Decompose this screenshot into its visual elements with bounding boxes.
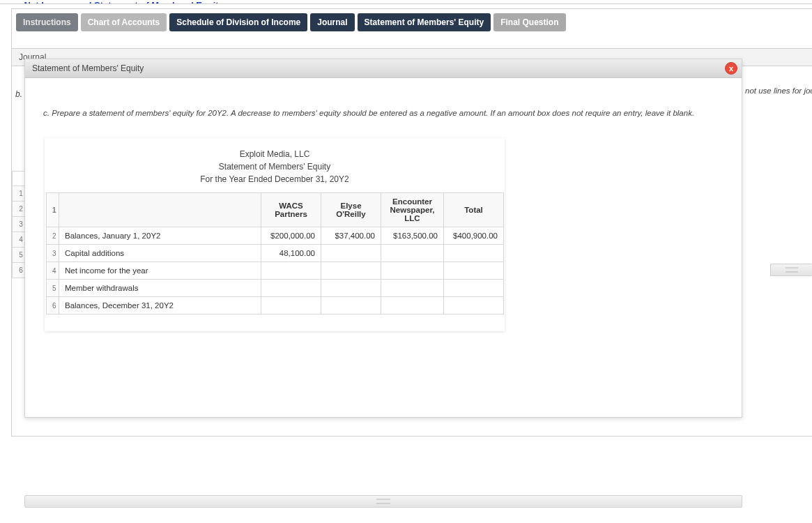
table-row: 4 Net income for the year — [47, 262, 504, 280]
modal-horizontal-scrollbar[interactable] — [24, 495, 742, 508]
breadcrumb-link[interactable]: … Net Income and Statement of Members' E… — [0, 0, 812, 4]
instruction-text: c. Prepare a statement of members' equit… — [43, 109, 723, 117]
rownum-header: 1 — [47, 193, 59, 227]
close-button[interactable]: x — [725, 62, 737, 75]
table-row: 3 Capital additions 48,100.00 — [47, 245, 504, 262]
tabbar: Instructions Chart of Accounts Schedule … — [12, 9, 812, 36]
cell-input[interactable] — [261, 297, 321, 314]
cell-input[interactable] — [444, 262, 504, 280]
tab-journal[interactable]: Journal — [310, 13, 354, 31]
rownum: 5 — [47, 280, 59, 297]
col-wacs: WACS Partners — [261, 193, 321, 227]
rownum: 4 — [47, 262, 59, 280]
cell-input[interactable]: $163,500.00 — [381, 227, 444, 245]
cell-input[interactable]: $400,900.00 — [444, 227, 504, 245]
cell-input[interactable] — [444, 245, 504, 262]
table-row: 6 Balances, December 31, 20Y2 — [47, 297, 504, 314]
statement-sheet: Exploit Media, LLC Statement of Members'… — [45, 138, 505, 331]
rownum: 2 — [47, 227, 59, 245]
sheet-period: For the Year Ended December 31, 20Y2 — [45, 174, 505, 184]
row-label: Net income for the year — [59, 262, 261, 280]
row-label: Member withdrawals — [59, 280, 261, 297]
cell-input[interactable] — [381, 262, 444, 280]
cell-input[interactable] — [261, 262, 321, 280]
tab-final-question[interactable]: Final Question — [493, 13, 565, 31]
tab-schedule-division-income[interactable]: Schedule of Division of Income — [169, 13, 307, 31]
equity-table: 1 WACS Partners Elyse O'Reilly Encounter… — [46, 192, 504, 314]
cell-input[interactable] — [321, 245, 381, 262]
row-label: Balances, January 1, 20Y2 — [59, 227, 261, 245]
col-total: Total — [444, 193, 504, 227]
close-icon: x — [729, 64, 733, 73]
cell-input[interactable] — [321, 280, 381, 297]
col-elyse: Elyse O'Reilly — [321, 193, 381, 227]
sheet-title: Statement of Members' Equity — [45, 162, 505, 172]
sheet-company: Exploit Media, LLC — [45, 149, 505, 159]
page-root: … Net Income and Statement of Members' E… — [0, 0, 812, 523]
cell-input[interactable] — [444, 280, 504, 297]
cell-input[interactable] — [321, 297, 381, 314]
rownum: 3 — [47, 245, 59, 262]
tab-chart-of-accounts[interactable]: Chart of Accounts — [81, 13, 167, 31]
row-label: Capital additions — [59, 245, 261, 262]
cell-input[interactable] — [381, 297, 444, 314]
cell-input[interactable] — [381, 280, 444, 297]
label-header — [59, 193, 261, 227]
col-encounter: Encounter Newspaper, LLC — [381, 193, 444, 227]
cell-input[interactable] — [381, 245, 444, 262]
cell-input[interactable] — [321, 262, 381, 280]
cell-input[interactable] — [261, 280, 321, 297]
cell-input[interactable] — [444, 297, 504, 314]
tab-instructions[interactable]: Instructions — [16, 13, 78, 31]
cell-input[interactable]: $200,000.00 — [261, 227, 321, 245]
tab-statement-members-equity[interactable]: Statement of Members' Equity — [358, 13, 491, 31]
truncated-journal-hint: not use lines for journ — [745, 86, 812, 95]
rownum: 6 — [47, 297, 59, 314]
cell-input[interactable]: $37,400.00 — [321, 227, 381, 245]
row-label: Balances, December 31, 20Y2 — [59, 297, 261, 314]
modal-header: Statement of Members' Equity x — [25, 59, 742, 78]
table-header-row: 1 WACS Partners Elyse O'Reilly Encounter… — [47, 193, 504, 227]
modal-body: c. Prepare a statement of members' equit… — [25, 78, 742, 416]
question-b-label: b. — [15, 89, 22, 99]
table-row: 2 Balances, January 1, 20Y2 $200,000.00 … — [47, 227, 504, 245]
modal-statement-members-equity: Statement of Members' Equity x c. Prepar… — [24, 59, 742, 418]
table-row: 5 Member withdrawals — [47, 280, 504, 297]
background-scrollbar-fragment[interactable] — [770, 264, 812, 276]
modal-title: Statement of Members' Equity — [32, 63, 144, 73]
cell-input[interactable]: 48,100.00 — [261, 245, 321, 262]
